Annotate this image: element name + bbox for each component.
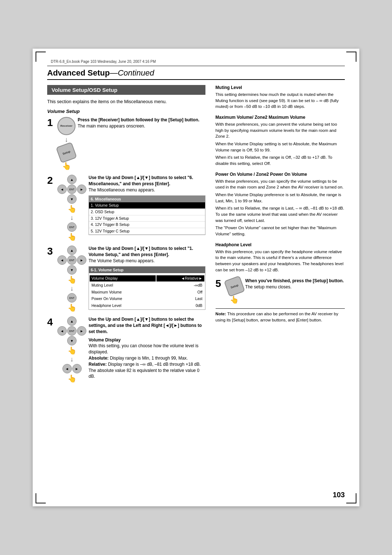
note-label: Note: [216,312,226,316]
step-1-icons: Receiver ↓ Setup 👆 [57,117,75,170]
step-5-icons: Setup 👆 [226,278,243,304]
down-arrow-icon-3: ▼ [67,265,77,275]
step-4-icons: ▲ ◄ ENT ► ▼ 👆 ↓ ◄ ► [57,316,86,383]
lr-cluster-4: ◄ ► [62,364,82,373]
max-volume-text-1: With these preferences, you can prevent … [216,121,345,139]
right-arrow-icon-4b: ► [72,364,82,373]
step-1: 1 Receiver ↓ Setup 👆 Press the [Receiver… [47,117,205,170]
up-arrow-icon-3: ▲ [67,246,77,255]
hand-icon-5: 👆 [230,295,239,304]
step-2-icons: ▲ ◄ ENT ► ▼ 👆 ↓ ENT 👆 [57,175,86,241]
corner-mark-br [346,493,356,503]
page: DTR-6.8_En.book Page 103 Wednesday, June… [33,49,359,506]
setup-table: Volume Display ◄Relative► Muting Level -… [89,275,205,309]
corner-mark-tl [36,52,46,62]
down-arrow-icon: ▼ [67,194,77,204]
miscellaneous-menu: 6. Miscellaneous 1. Volume Setup 2. OSD … [89,195,205,235]
power-on-volume-text-1: With these preferences, you can specify … [216,178,345,190]
left-arrow-icon-4b: ◄ [62,364,72,373]
left-arrow-icon-4: ◄ [57,326,67,336]
lr-arrows-row: ◄ ENT ► [57,185,86,194]
setup-label-power-vol: Power On Volume [90,296,156,302]
hand-icon-3b: 👆 [68,303,77,312]
nav-cluster-2: ▲ ◄ ENT ► ▼ [57,175,86,204]
volume-setup-menu: 6-1. Volume Setup Volume Display ◄Relati… [89,266,205,310]
step-2: 2 ▲ ◄ ENT ► ▼ 👆 ↓ ENT 👆 [47,175,205,241]
down-arrow-icon-4: ▼ [67,336,77,345]
header-rule [47,66,345,66]
left-arrow-icon: ◄ [57,185,67,194]
right-column: Muting Level This setting determines how… [216,85,345,387]
step-5-content: When you've finished, press the [Setup] … [245,278,345,290]
step-5-normal: The setup menu closes. [245,284,291,289]
max-volume-text-2: When the Volume Display setting is set t… [216,141,345,153]
title-continued: —Continued [110,68,154,77]
power-on-volume-text-4: The "Power On Volume" cannot be set high… [216,225,345,237]
right-arrow-icon: ► [77,185,86,194]
note-box: Note: This procedure can also be perform… [216,308,345,323]
setup-label-max-vol: Maximum Volume [90,289,156,295]
setup-row-headphone: Headphone Level 0dB [90,303,204,309]
setup-value-muting: -∞dB [156,282,204,288]
arrow-down-icon-3: ↓ [70,285,74,292]
corner-mark-bl [36,493,46,503]
step-3-icons: ▲ ◄ ENT ► ▼ 👆 ↓ ENT 👆 [57,246,86,312]
lr-arrows-row-4: ◄ ENT ► [57,326,86,336]
step-1-bold: Press the [Receiver] button followed by … [78,117,199,122]
max-volume-section: Maximum Volume/ Zone2 Maximum Volume Wit… [216,115,345,167]
setup-menu-title: 6-1. Volume Setup [89,267,205,274]
enter-center-icon: ENT [67,185,77,194]
hand-icon-2b: 👆 [68,232,77,241]
step-3-normal: The Volume Setup menu appears. [89,258,155,263]
menu-header: 6. Miscellaneous [89,196,205,203]
setup-row-muting: Muting Level -∞dB [90,282,204,288]
menu-item-5: 5. 12V Trigger C Setup [89,228,205,235]
step-5: 5 Setup 👆 When you've finished, press th… [216,278,345,304]
setup-label-volume-display: Volume Display [90,275,156,281]
setup-value-headphone: 0dB [156,303,204,309]
up-arrow-icon-4: ▲ [67,316,77,326]
power-on-volume-text-2: When the Volume Display preference is se… [216,192,345,204]
title-main: Advanced Setup [47,68,110,77]
setup-value-volume-display: ◄Relative► [156,275,204,281]
right-arrow-icon-4: ► [77,326,86,336]
menu-item-4: 4. 12V Trigger B Setup [89,222,205,228]
right-arrow-icon-3: ► [77,255,86,265]
setup-label-headphone: Headphone Level [90,303,156,309]
max-volume-text-3: When it's set to Relative, the range is … [216,154,345,166]
setup-row-volume-display: Volume Display ◄Relative► [90,275,204,281]
headphone-level-section: Headphone Level With this preference, yo… [216,242,345,273]
arrow-down-icon-2: ↓ [70,214,74,222]
menu-item-2: 2. OSD Setup [89,209,205,215]
step-4-content: Use the Up and Down [▲]/[▼] buttons to s… [89,316,205,380]
setup-btn-icon-5: Setup [224,276,245,297]
relative-label: Relative: [89,362,107,367]
absolute-label: Absolute: [89,356,109,361]
note-text: This procedure can also be performed on … [216,312,338,322]
setup-value-power-vol: Last [156,296,204,302]
step-2-normal: The Miscellaneous menu appears. [89,187,155,193]
menu-item-1: 1. Volume Setup [89,202,205,209]
step-4-subsections: Volume Display With this setting, you ca… [89,337,205,380]
left-column: Volume Setup/OSD Setup This section expl… [47,85,205,387]
setup-label-muting: Muting Level [90,282,156,288]
muting-level-text: This setting determines how much the out… [216,92,345,110]
subsection-title: Volume Setup [47,109,205,114]
absolute-text: Display range is Min, 1 through 99, Max. [110,356,188,361]
hand-icon-4b: 👆 [68,374,77,383]
step-5-row: 5 Setup 👆 When you've finished, press th… [216,278,345,304]
two-column-layout: Volume Setup/OSD Setup This section expl… [47,85,345,387]
intro-text: This section explains the items on the M… [47,98,205,105]
step-3: 3 ▲ ◄ ENT ► ▼ 👆 ↓ ENT 👆 [47,246,205,312]
step-1-number: 1 [47,117,55,128]
hand-icon-3a: 👆 [68,275,77,284]
enter-btn-icon-3: ENT [67,293,77,303]
max-volume-title: Maximum Volume/ Zone2 Maximum Volume [216,115,345,120]
arrow-down-icon-4: ↓ [70,356,74,363]
setup-button-icon: Setup [56,142,77,163]
step-1-normal: The main menu appears onscreen. [78,123,145,129]
receiver-button-icon: Receiver [57,117,75,135]
volume-display-text: With this setting, you can choose how th… [89,343,205,355]
power-on-volume-title: Power On Volume / Zone2 Power On Volume [216,172,345,177]
headphone-level-title: Headphone Level [216,242,345,247]
